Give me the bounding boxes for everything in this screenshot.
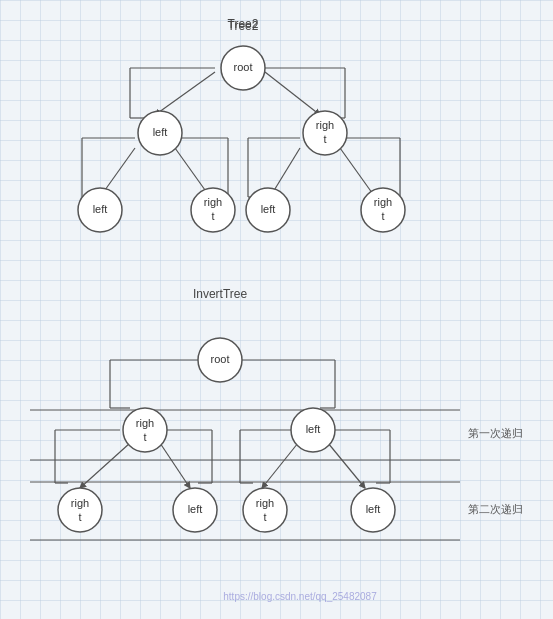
- tree2-right-label: left: [306, 423, 321, 435]
- tree2-root-label: root: [211, 353, 230, 365]
- tree1-root-label: root: [234, 61, 253, 73]
- recursion1-label: 第一次递归: [468, 427, 523, 439]
- tree2-rr-label: left: [366, 503, 381, 515]
- tree1-label: Tree2: [228, 17, 259, 31]
- tree2-rl-label2: t: [263, 511, 266, 523]
- svg-line-35: [160, 443, 190, 488]
- tree1-right-label2: t: [323, 133, 326, 145]
- svg-line-1: [265, 72, 320, 115]
- tree1-lr-label2: t: [211, 210, 214, 222]
- tree1-left-label: left: [153, 126, 168, 138]
- tree2-left-label: righ: [136, 417, 154, 429]
- tree1-rr-label2: t: [381, 210, 384, 222]
- tree2-ll-label: righ: [71, 497, 89, 509]
- tree2-rl-label: righ: [256, 497, 274, 509]
- tree2-left-label2: t: [143, 431, 146, 443]
- tree1-lr-label: righ: [204, 196, 222, 208]
- tree2-ll-label2: t: [78, 511, 81, 523]
- tree1-ll-label: left: [93, 203, 108, 215]
- tree1-rr-label: righ: [374, 196, 392, 208]
- svg-line-5: [340, 148, 375, 197]
- recursion2-label: 第二次递归: [468, 503, 523, 515]
- tree1-right-label: righ: [316, 119, 334, 131]
- svg-line-0: [155, 72, 215, 115]
- tree2-lr-label: left: [188, 503, 203, 515]
- svg-line-34: [80, 443, 130, 488]
- tree1-rl-label: left: [261, 203, 276, 215]
- watermark: https://blog.csdn.net/qq_25482087: [223, 591, 377, 602]
- tree2-label: InvertTree: [193, 287, 248, 301]
- main-diagram: Tree2 root left righ t: [0, 0, 553, 619]
- svg-line-42: [262, 443, 298, 488]
- svg-line-43: [328, 443, 365, 488]
